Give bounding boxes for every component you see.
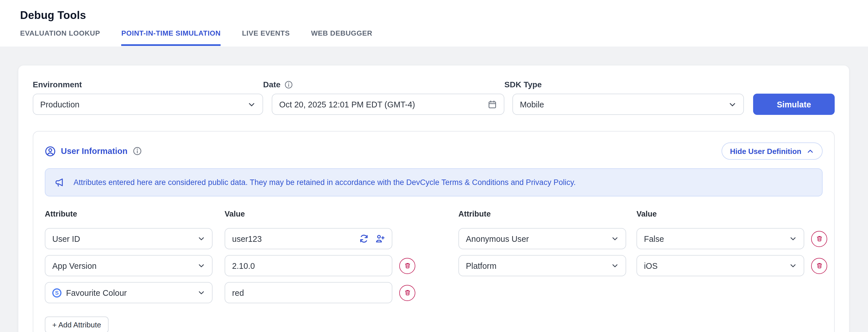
delete-attribute-button[interactable] [399,284,415,301]
attributes-grid: Attribute Value Attribute Value User ID [45,210,823,332]
sdk-type-select[interactable]: Mobile [513,94,744,115]
column-header-attribute: Attribute [45,210,213,218]
attribute-row: S Favourite Colour [45,282,823,303]
add-attribute-button[interactable]: + Add Attribute [45,316,108,332]
date-picker[interactable]: Oct 20, 2025 12:01 PM EDT (GMT-4) [272,94,504,115]
date-field: Date Oct 20, 2025 12:01 PM EDT (GMT-4) [263,80,504,115]
tab-live-events[interactable]: LIVE EVENTS [242,29,290,46]
chevron-up-icon [807,147,814,155]
attribute-name: User ID [52,234,80,243]
environment-field: Environment Production [33,80,263,115]
attribute-name: Anonymous User [466,234,529,243]
delete-attribute-button[interactable] [399,258,415,274]
date-label: Date [263,80,281,89]
value-select-platform[interactable]: iOS [637,255,804,276]
environment-select[interactable]: Production [33,94,263,115]
app-header: Debug Tools EVALUATION LOOKUP POINT-IN-T… [0,0,868,47]
environment-value: Production [40,100,80,109]
user-information-section: User Information Hide User Definition At… [33,131,835,332]
megaphone-icon [55,177,66,188]
attribute-value: False [644,234,664,243]
public-data-banner: Attributes entered here are considered p… [45,168,823,197]
chevron-down-icon [611,262,619,269]
value-input-favourite-colour[interactable] [232,282,385,303]
attribute-select-user-id[interactable]: User ID [45,228,213,249]
sdk-type-field: SDK Type Mobile [504,80,744,115]
calendar-icon [488,100,497,109]
page: Debug Tools EVALUATION LOOKUP POINT-IN-T… [0,0,868,332]
chevron-down-icon [789,262,797,269]
chevron-down-icon [197,289,205,296]
attribute-select-favourite-colour[interactable]: S Favourite Colour [45,282,213,303]
value-input-favourite-colour-wrap [225,282,392,303]
tab-point-in-time-simulation[interactable]: POINT-IN-TIME SIMULATION [121,29,221,46]
attribute-name: Favourite Colour [66,288,127,297]
string-type-icon: S [52,288,61,297]
user-plus-icon[interactable] [375,234,385,244]
value-select-anonymous-user[interactable]: False [637,228,804,249]
chevron-down-icon [611,235,619,242]
chevron-down-icon [789,235,797,242]
attribute-name: App Version [52,261,96,270]
tab-bar: EVALUATION LOOKUP POINT-IN-TIME SIMULATI… [20,29,868,46]
simulation-panel: Environment Production Date Oct 20, 2025 [18,65,849,332]
delete-attribute-button[interactable] [811,231,827,247]
sdk-type-label: SDK Type [504,80,744,89]
date-value: Oct 20, 2025 12:01 PM EDT (GMT-4) [279,100,415,109]
value-input-app-version-wrap [225,255,392,276]
user-circle-icon [45,146,56,156]
attributes-grid-headers: Attribute Value Attribute Value [45,210,823,218]
simulate-button[interactable]: Simulate [753,94,835,115]
sdk-type-value: Mobile [520,100,544,109]
chevron-down-icon [248,100,256,108]
attribute-value: iOS [644,261,658,270]
user-information-title: User Information [61,147,127,156]
chevron-down-icon [728,100,737,108]
tab-web-debugger[interactable]: WEB DEBUGGER [311,29,373,46]
value-input-user-id-wrap [225,228,392,249]
attribute-row: App Version Platform [45,255,823,276]
regenerate-user-id-icon[interactable] [359,234,369,244]
date-info-icon[interactable] [285,80,293,89]
chevron-down-icon [197,235,205,242]
user-information-info-icon[interactable] [133,147,142,156]
hide-user-definition-label: Hide User Definition [730,147,802,155]
attribute-row: User ID [45,228,823,249]
hide-user-definition-button[interactable]: Hide User Definition [721,143,823,160]
environment-label: Environment [33,80,263,89]
attribute-select-app-version[interactable]: App Version [45,255,213,276]
page-title: Debug Tools [20,9,868,22]
delete-attribute-button[interactable] [811,258,827,274]
column-header-value: Value [637,210,804,218]
column-header-value: Value [225,210,392,218]
attribute-select-platform[interactable]: Platform [458,255,626,276]
attribute-select-anonymous-user[interactable]: Anonymous User [458,228,626,249]
attribute-name: Platform [466,261,496,270]
tab-evaluation-lookup[interactable]: EVALUATION LOOKUP [20,29,100,46]
value-input-app-version[interactable] [232,255,385,276]
public-data-banner-text: Attributes entered here are considered p… [73,178,576,187]
value-input-user-id[interactable] [232,229,359,249]
column-header-attribute: Attribute [458,210,626,218]
simulation-controls: Environment Production Date Oct 20, 2025 [33,80,835,115]
chevron-down-icon [197,262,205,269]
